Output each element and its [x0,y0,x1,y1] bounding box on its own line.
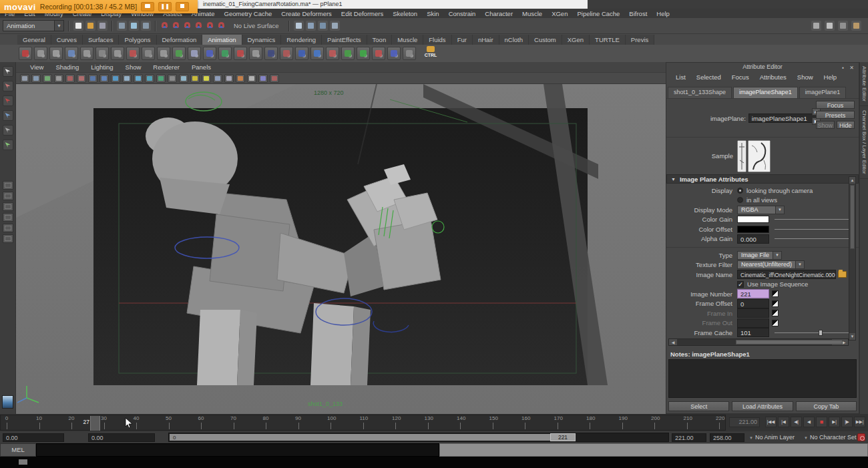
shelf-tool-icon[interactable] [19,47,32,60]
viewport-toolbar-icon[interactable] [168,74,177,83]
ae-node-tab[interactable]: shot1_0_133Shape [668,87,732,98]
side-panel-tab[interactable]: Attribute Editor [860,62,868,106]
animation-end-field[interactable]: 258.00 [710,433,744,442]
scroll-up-icon[interactable]: ▲ [849,177,855,184]
selection-mode-icon[interactable] [117,21,127,31]
shelf-tab[interactable]: Fur [452,35,473,45]
panel-menu-item[interactable]: Panels [186,63,217,71]
playback-end-field[interactable]: 221.00 [672,433,706,442]
viewport-toolbar-icon[interactable] [134,74,143,83]
playback-button[interactable]: |◀◀ [765,417,777,427]
menu-item[interactable]: Create Deformers [276,10,337,17]
menu-item[interactable]: Muscle [517,10,547,17]
shelf-tool-icon[interactable] [264,47,278,60]
ae-menu-item[interactable]: List [670,73,691,81]
layout-split-button[interactable] [3,213,13,222]
layout-persp-outliner-button[interactable] [3,202,13,211]
ae-footer-button[interactable]: Load Attributes [732,401,793,411]
focus-button[interactable]: Focus [816,101,855,109]
viewport-toolbar-icon[interactable] [190,74,200,83]
viewport-toolbar-icon[interactable] [213,74,222,83]
layout-thumbnail[interactable] [2,395,13,409]
file-icon[interactable] [97,21,107,31]
viewport-toolbar-icon[interactable] [156,74,166,83]
texture-filter-dropdown[interactable]: Nearest(Unfiltered) ▼ [737,260,805,269]
file-icon[interactable] [85,21,95,31]
shelf-tool-icon[interactable] [357,47,370,60]
shelf-tab[interactable]: Surfaces [83,35,120,45]
shelf-tool-icon[interactable] [295,47,308,60]
show-button[interactable]: Show [816,121,835,129]
menu-item[interactable]: Constrain [444,10,481,17]
alpha-gain-slider[interactable] [775,235,855,242]
ctrl-shelf-icon[interactable]: CTRL [423,46,438,59]
shelf-tool-icon[interactable] [218,47,232,60]
panel-menu-item[interactable]: View [24,63,49,71]
tool-icon[interactable] [3,81,13,91]
node-name-field[interactable]: imagePlaneShape1 [748,113,817,123]
layout-single-button[interactable] [3,181,13,190]
shelf-tool-icon[interactable] [95,47,109,60]
tool-icon[interactable] [3,140,13,150]
tool-icon[interactable] [3,66,13,77]
shelf-tab[interactable]: Muscle [392,35,423,45]
folder-browse-icon[interactable] [838,271,847,278]
scroll-left-icon[interactable]: ◀ [669,339,677,345]
panel-window-icons[interactable]: ▪ ✕ [842,63,856,72]
sidebar-toggle-icon[interactable] [851,21,861,31]
side-panel-tab[interactable]: Channel Box / Layer Editor [860,106,868,179]
image-number-field[interactable]: 221 [737,289,769,298]
menu-item[interactable]: Skin [422,10,443,17]
timeline-track[interactable]: 0102030405060708090100110120130140150160… [0,415,726,431]
playback-button[interactable]: ▶| [829,417,840,427]
frame-offset-field[interactable]: 0 [737,299,769,308]
expression-icon[interactable] [772,310,779,316]
viewport-toolbar-icon[interactable] [88,74,97,83]
type-dropdown[interactable]: Image File ▼ [737,251,782,260]
render-icon[interactable] [306,21,316,31]
playback-start-field[interactable]: 0.00 [88,433,155,442]
alpha-gain-field[interactable]: 0.000 [737,234,769,244]
sidebar-toggle-icon[interactable] [838,21,848,31]
render-icon[interactable] [330,21,340,31]
ae-footer-button[interactable]: Select [668,401,729,411]
panel-menu-item[interactable]: Renderer [147,63,186,71]
ae-menu-item[interactable]: Show [792,73,819,81]
playback-button[interactable]: ◀| [791,417,802,427]
shelf-tool-icon[interactable] [111,47,124,60]
snap-surface-icon[interactable] [217,21,226,30]
viewport-toolbar-icon[interactable] [65,74,75,83]
shelf-tab[interactable]: PaintEffects [322,35,367,45]
auto-keyframe-icon[interactable] [857,433,865,441]
viewport-toolbar-icon[interactable] [236,74,245,83]
presets-button[interactable]: Presets [816,111,855,119]
snap-point-icon[interactable] [183,21,192,30]
shelf-tab[interactable]: Rendering [281,35,322,45]
shelf-tab[interactable]: TURTLE [590,35,626,45]
playback-range[interactable] [170,434,550,441]
shelf-tool-icon[interactable] [34,47,47,60]
shelf-tool-icon[interactable] [403,47,416,60]
snap-grid-icon[interactable] [160,21,169,30]
pause-icon[interactable]: ❚❚ [158,2,172,11]
shelf-tab[interactable]: Curves [51,35,83,45]
layout-custom-button[interactable] [3,234,13,243]
hide-button[interactable]: Hide [837,121,855,129]
viewport-toolbar-icon[interactable] [247,74,256,83]
webcam-icon[interactable] [141,2,154,11]
menu-item[interactable]: XGen [547,10,572,17]
menu-item[interactable]: Geometry Cache [220,10,277,17]
ae-menu-item[interactable]: Help [819,73,843,81]
render-icon[interactable] [294,21,304,31]
layout-hypershade-button[interactable] [3,224,13,232]
tool-icon[interactable] [3,110,13,121]
menu-item[interactable]: Help [652,10,674,17]
viewport-toolbar-icon[interactable] [145,74,154,83]
shelf-tool-icon[interactable] [387,47,401,60]
viewport-toolbar-icon[interactable] [224,74,234,83]
shelf-tab[interactable]: Toon [367,35,393,45]
image-name-field[interactable]: Cinematic_iff\OneNightCinematic.00000.if… [737,270,836,279]
shelf-tool-icon[interactable] [126,47,140,60]
ae-horizontal-scrollbar[interactable]: ◀ ◀ ▶ [668,338,849,346]
tool-icon[interactable] [3,95,13,106]
